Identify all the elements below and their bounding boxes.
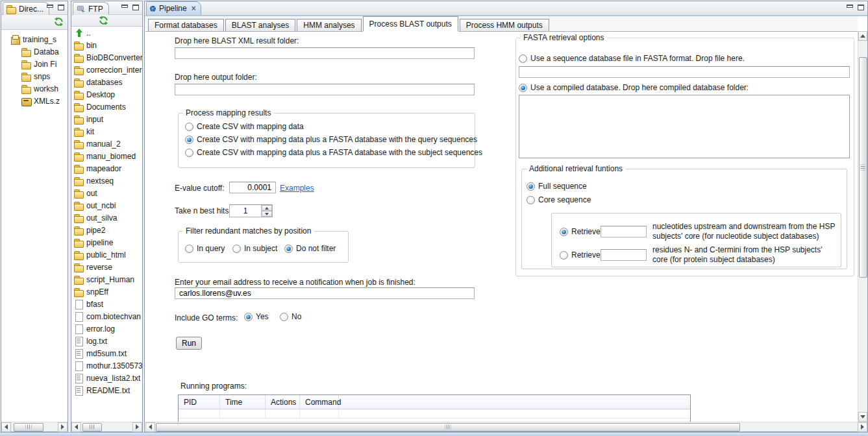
tab-ftp[interactable]: FTP: [73, 2, 109, 15]
list-item[interactable]: ..: [71, 27, 142, 39]
table-column-header[interactable]: Actions: [266, 395, 300, 409]
scroll-left-arrow[interactable]: [1, 422, 11, 432]
radio-option-go-yes[interactable]: Yes: [244, 312, 269, 321]
list-item[interactable]: bfast: [71, 298, 142, 310]
scroll-right-arrow[interactable]: [132, 422, 142, 432]
radio-icon[interactable]: [519, 54, 527, 63]
output-folder-drop-field[interactable]: [175, 84, 475, 95]
list-item[interactable]: out: [71, 187, 142, 199]
maximize-icon[interactable]: [858, 5, 864, 10]
radio-icon[interactable]: [560, 228, 568, 236]
tree-item-root[interactable]: training_s: [1, 33, 68, 45]
examples-link[interactable]: Examples: [280, 184, 314, 193]
evalue-field[interactable]: [229, 182, 276, 193]
tree-item[interactable]: Join Fi: [1, 58, 68, 70]
tree-item[interactable]: XMLs.z: [1, 95, 68, 107]
list-item[interactable]: pipeline: [71, 236, 142, 248]
list-item[interactable]: out_silva: [71, 212, 142, 224]
radio-icon[interactable]: [519, 84, 527, 92]
scroll-up-arrow[interactable]: [858, 31, 867, 41]
scroll-right-arrow[interactable]: [858, 422, 867, 432]
scroll-thumb[interactable]: [14, 423, 43, 431]
list-item[interactable]: reverse: [71, 261, 142, 273]
table-column-header[interactable]: PID: [179, 395, 220, 409]
ftp-hscrollbar[interactable]: [71, 422, 142, 431]
list-item[interactable]: error.log: [71, 322, 142, 335]
best-hits-stepper[interactable]: 1: [229, 204, 273, 217]
editor-hscrollbar[interactable]: [145, 422, 867, 431]
radio-icon[interactable]: [244, 313, 253, 321]
list-item[interactable]: nueva_lista2.txt: [71, 372, 142, 384]
maximize-icon[interactable]: [132, 5, 139, 10]
tab-hmm-analyses[interactable]: HMM analyses: [297, 19, 361, 31]
radio-icon[interactable]: [527, 182, 535, 191]
blast-xml-drop-field[interactable]: [175, 47, 475, 59]
minimize-icon[interactable]: [121, 5, 128, 8]
retrieve-nucleotides-field[interactable]: [601, 226, 647, 237]
scroll-thumb[interactable]: [156, 423, 740, 431]
list-item[interactable]: README.txt: [71, 384, 142, 396]
radio-icon[interactable]: [185, 245, 193, 253]
directory-hscrollbar[interactable]: [1, 422, 68, 431]
tab-process-blast-outputs[interactable]: Process BLAST outputs: [363, 16, 458, 31]
radio-option-compiled-db[interactable]: Use a compiled database. Drop here compi…: [519, 83, 749, 92]
tab-pipeline[interactable]: Pipeline ×: [146, 1, 201, 15]
scroll-left-arrow[interactable]: [145, 422, 155, 432]
list-item[interactable]: snpEff: [71, 285, 142, 298]
refresh-icon[interactable]: [99, 16, 108, 25]
scroll-left-arrow[interactable]: [71, 422, 81, 432]
list-item[interactable]: com.biotechvan: [71, 310, 142, 322]
table-column-header[interactable]: Time: [220, 395, 266, 409]
list-item[interactable]: mothur.1350573: [71, 359, 142, 372]
radio-option-go-no[interactable]: No: [280, 312, 301, 321]
editor-vscrollbar[interactable]: [858, 31, 867, 422]
list-item[interactable]: log.txt: [71, 335, 142, 347]
list-item[interactable]: input: [71, 113, 142, 125]
radio-option-core-sequence[interactable]: Core sequence: [527, 195, 591, 204]
list-item[interactable]: correccion_inter: [71, 64, 142, 76]
tab-directory[interactable]: Direc...: [3, 2, 49, 15]
scroll-right-arrow[interactable]: [58, 422, 68, 432]
list-item[interactable]: bin: [71, 39, 142, 51]
radio-option-csv-fasta-subject[interactable]: Create CSV with mapping data plus a FAST…: [185, 148, 482, 157]
minimize-icon[interactable]: [847, 5, 853, 8]
stepper-down-icon[interactable]: [262, 211, 272, 217]
compiled-db-drop-area[interactable]: [519, 95, 850, 158]
list-item[interactable]: md5sum.txt: [71, 347, 142, 359]
radio-icon[interactable]: [185, 123, 193, 131]
radio-option-full-sequence[interactable]: Full sequence: [527, 182, 587, 191]
list-item[interactable]: Documents: [71, 101, 142, 113]
list-item[interactable]: out_ncbi: [71, 199, 142, 212]
radio-option-csv-fasta-query[interactable]: Create CSV with mapping data plus a FAST…: [185, 135, 477, 144]
tab-process-hmm-outputs[interactable]: Process HMM outputs: [460, 19, 549, 31]
radio-option-in-query[interactable]: In query: [185, 244, 225, 253]
radio-option-fasta-file[interactable]: Use a sequence database file in FASTA fo…: [519, 54, 745, 63]
email-field[interactable]: [175, 287, 475, 299]
retrieve-residues-field[interactable]: [601, 249, 647, 261]
radio-option-csv[interactable]: Create CSV with mapping data: [185, 122, 304, 131]
run-button[interactable]: Run: [176, 337, 202, 350]
list-item[interactable]: BioDBConverter: [71, 51, 142, 64]
minimize-icon[interactable]: [47, 5, 53, 8]
list-item[interactable]: public_html: [71, 248, 142, 261]
radio-icon[interactable]: [185, 136, 193, 144]
tree-item[interactable]: worksh: [1, 82, 68, 95]
fasta-file-drop-field[interactable]: [519, 66, 850, 78]
tree-item[interactable]: Databa: [1, 45, 68, 58]
radio-option-retrieve-nucleotides[interactable]: Retrieve: [560, 227, 601, 236]
list-item[interactable]: mapeador: [71, 162, 142, 175]
radio-icon[interactable]: [284, 245, 293, 253]
list-item[interactable]: manu_biomed: [71, 150, 142, 162]
tree-item[interactable]: snps: [1, 70, 68, 82]
radio-icon[interactable]: [232, 245, 241, 253]
maximize-icon[interactable]: [58, 5, 64, 10]
radio-option-do-not-filter[interactable]: Do not filter: [284, 244, 336, 253]
list-item[interactable]: databases: [71, 76, 142, 88]
radio-icon[interactable]: [527, 196, 535, 204]
list-item[interactable]: Desktop: [71, 88, 142, 101]
stepper-up-icon[interactable]: [262, 205, 272, 211]
list-item[interactable]: pipe2: [71, 224, 142, 236]
list-item[interactable]: kit: [71, 125, 142, 138]
list-item[interactable]: script_Human: [71, 273, 142, 285]
scroll-down-arrow[interactable]: [858, 412, 867, 422]
